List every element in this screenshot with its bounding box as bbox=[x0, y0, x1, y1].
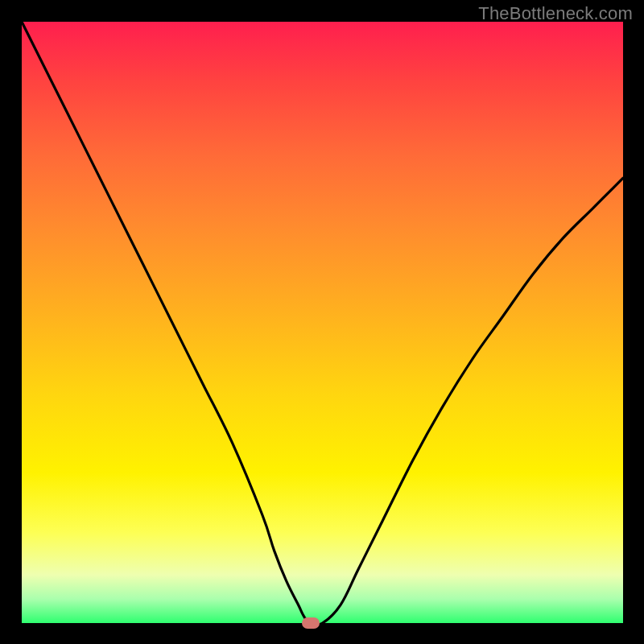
min-marker bbox=[302, 617, 320, 629]
curve-svg bbox=[22, 22, 623, 623]
plot-area bbox=[22, 22, 623, 623]
chart-frame: TheBottleneck.com bbox=[0, 0, 644, 644]
curve-line bbox=[22, 22, 623, 625]
